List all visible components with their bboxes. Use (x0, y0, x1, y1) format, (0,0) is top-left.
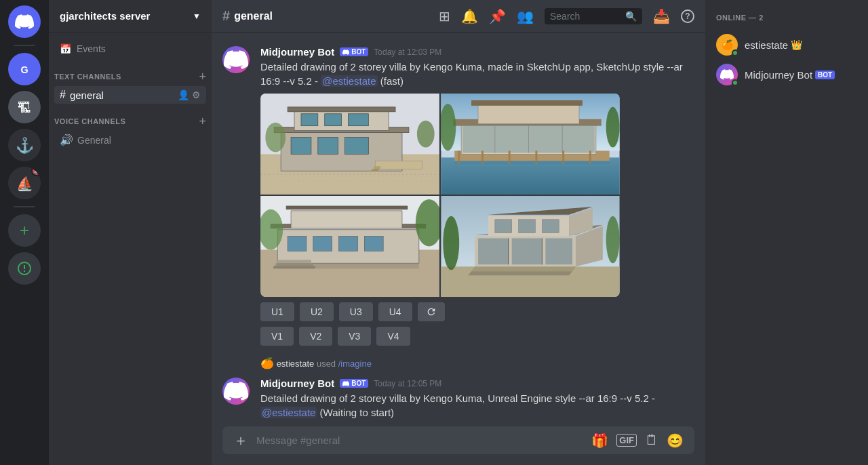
command-user: estiestate (277, 359, 315, 369)
search-input[interactable] (550, 11, 621, 22)
voice-channels-category[interactable]: VOICE CHANNELS + (49, 104, 212, 130)
u4-button[interactable]: U4 (378, 302, 412, 321)
mention-3[interactable]: @estiestate (260, 407, 317, 418)
attach-button[interactable]: ＋ (233, 430, 248, 451)
command-name[interactable]: /imagine (338, 359, 372, 369)
svg-marker-82 (471, 267, 576, 272)
message-timestamp-3: Today at 12:05 PM (374, 379, 441, 388)
svg-point-21 (265, 123, 285, 153)
text-channels-category[interactable]: TEXT CHANNELS + (49, 60, 212, 85)
message-timestamp-1: Today at 12:03 PM (374, 47, 441, 57)
bell-icon[interactable]: 🔔 (461, 8, 478, 24)
svg-rect-60 (277, 260, 311, 264)
member-item-midjourney[interactable]: Midjourney Bot BOT (711, 60, 863, 89)
sticker-icon[interactable]: 🗒 (645, 432, 658, 448)
online-section-header: ONLINE — 2 (711, 11, 863, 24)
channel-header-label: general (234, 10, 273, 22)
svg-rect-79 (495, 220, 512, 233)
message-text-3: Detailed drawing of 2 storey villa by Ke… (260, 392, 694, 420)
svg-point-84 (443, 216, 459, 270)
server-icon-1[interactable]: G (8, 53, 41, 85)
message-text-1: Detailed drawing of 2 storey villa by Ke… (260, 60, 694, 88)
discover-servers-button[interactable] (8, 252, 41, 285)
image-cell-4 (441, 196, 620, 297)
emoji-icon[interactable]: 😊 (667, 432, 684, 449)
svg-rect-81 (542, 220, 559, 233)
avatar-estiestate: 🍊 (716, 34, 738, 56)
members-icon[interactable]: 👥 (517, 8, 534, 24)
channel-name-general: general (70, 89, 174, 101)
v4-button[interactable]: V4 (376, 327, 410, 346)
server-divider-2 (14, 206, 35, 207)
add-text-channel-button[interactable]: + (199, 70, 206, 83)
bot-badge-member: BOT (815, 70, 835, 79)
mention-1[interactable]: @estiestate (321, 75, 377, 87)
svg-text:G: G (20, 64, 28, 75)
discord-home-button[interactable] (8, 5, 41, 38)
svg-rect-25 (372, 169, 378, 171)
help-icon[interactable]: ? (681, 9, 694, 23)
svg-text:⛵: ⛵ (16, 176, 33, 192)
inbox-icon[interactable]: 📥 (653, 8, 670, 24)
search-bar[interactable]: 🔍 (545, 8, 642, 24)
server-list: G 🏗 ⚓ ⛵ 🔊 + (0, 0, 49, 465)
gif-icon[interactable]: GIF (616, 434, 637, 447)
svg-rect-17 (345, 138, 369, 155)
svg-rect-35 (471, 100, 583, 106)
u2-button[interactable]: U2 (300, 302, 334, 321)
channel-general[interactable]: # general 👤 ⚙ (54, 86, 206, 104)
v3-button[interactable]: V3 (338, 327, 371, 346)
sidebar: gjarchitects server ▼ 📅 Events TEXT CHAN… (49, 0, 212, 465)
server-icon-3[interactable]: ⚓ (8, 129, 41, 161)
svg-marker-76 (545, 239, 572, 265)
server-header[interactable]: gjarchitects server ▼ (49, 0, 212, 33)
gift-icon[interactable]: 🎁 (591, 432, 608, 449)
image-cell-2 (441, 94, 620, 195)
member-item-estiestate[interactable]: 🍊 estiestate 👑 (711, 30, 863, 60)
v1-button[interactable]: V1 (260, 327, 294, 346)
server-icon-2[interactable]: 🏗 (8, 91, 41, 123)
add-voice-channel-button[interactable]: + (199, 115, 206, 127)
events-label: Events (77, 43, 106, 54)
server-icon-4[interactable]: ⛵ 🔊 (8, 167, 41, 199)
svg-rect-58 (339, 237, 358, 251)
message-content-1: Midjourney Bot BOT Today at 12:03 PM Det… (260, 46, 694, 346)
svg-marker-83 (468, 272, 572, 276)
action-buttons-row1: U1 U2 U3 U4 (260, 302, 694, 321)
svg-rect-20 (349, 114, 369, 126)
chat-input[interactable] (256, 426, 583, 454)
image-cell-3 (260, 196, 439, 297)
events-item[interactable]: 📅 Events (49, 38, 212, 60)
svg-text:⚓: ⚓ (16, 136, 35, 155)
speaker-icon: 🔊 (60, 134, 73, 146)
hashtag-icon[interactable]: ⊞ (439, 8, 450, 24)
svg-marker-75 (512, 239, 542, 265)
v2-button[interactable]: V2 (299, 327, 332, 346)
message-author-3: Midjourney Bot (260, 378, 334, 389)
svg-rect-80 (519, 220, 536, 233)
main-chat: # general ⊞ 🔔 📌 👥 🔍 📥 ? (212, 0, 705, 465)
voice-channel-general[interactable]: 🔊 General (54, 131, 206, 149)
svg-rect-23 (375, 161, 422, 169)
refresh-button[interactable] (418, 302, 445, 321)
member-name-midjourney: Midjourney Bot (745, 69, 812, 81)
image-cell-1 (260, 94, 439, 195)
user-settings-icon[interactable]: 👤 (178, 89, 189, 100)
svg-rect-24 (374, 167, 380, 169)
pin-icon[interactable]: 📌 (489, 8, 506, 24)
message-author-1: Midjourney Bot (260, 46, 334, 58)
channel-list: 📅 Events TEXT CHANNELS + # general 👤 ⚙ V… (49, 33, 212, 465)
text-channels-label: TEXT CHANNELS (54, 73, 121, 81)
channel-header-name: # general (222, 8, 273, 24)
chat-input-box: ＋ 🎁 GIF 🗒 😊 (222, 426, 694, 454)
svg-rect-19 (325, 114, 342, 126)
add-server-button[interactable]: + (8, 214, 41, 247)
calendar-icon: 📅 (60, 43, 71, 54)
action-buttons-row2: V1 V2 V3 V4 (260, 327, 694, 346)
u3-button[interactable]: U3 (339, 302, 373, 321)
gear-icon[interactable]: ⚙ (192, 89, 201, 100)
svg-point-47 (606, 107, 620, 148)
u1-button[interactable]: U1 (260, 302, 294, 321)
architecture-image-grid[interactable] (260, 94, 620, 297)
member-info-estiestate: estiestate 👑 (745, 39, 802, 51)
